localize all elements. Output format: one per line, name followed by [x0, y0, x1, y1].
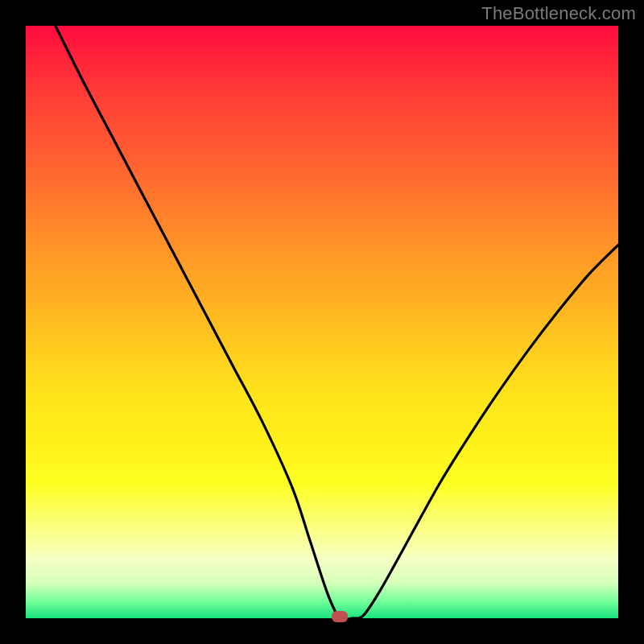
curve-svg [26, 26, 618, 618]
chart-frame: TheBottleneck.com [0, 0, 644, 644]
minimum-marker [332, 611, 348, 622]
bottleneck-curve [56, 26, 618, 620]
watermark-text: TheBottleneck.com [481, 3, 636, 24]
plot-area [26, 26, 618, 618]
